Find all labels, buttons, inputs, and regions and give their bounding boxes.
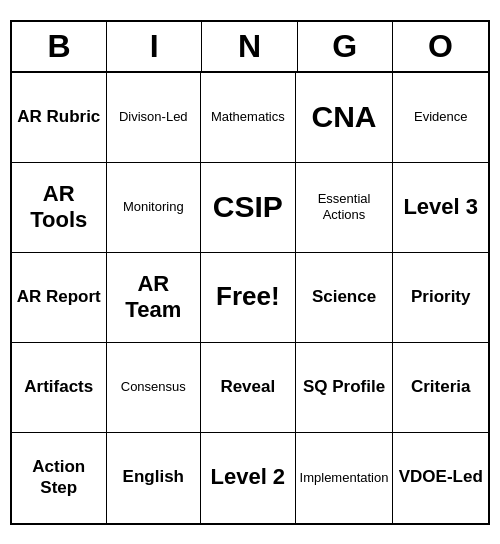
cell-label: Free! [216,281,280,312]
bingo-cell[interactable]: Reveal [201,343,296,433]
cell-label: AR Team [111,271,197,324]
cell-label: CNA [312,99,377,135]
cell-label: VDOE-Led [399,467,483,487]
bingo-grid: AR RubricDivison-LedMathematicsCNAEviden… [12,73,488,523]
cell-label: AR Tools [16,181,102,234]
bingo-cell[interactable]: Essential Actions [296,163,394,253]
bingo-cell[interactable]: AR Tools [12,163,107,253]
bingo-cell[interactable]: AR Report [12,253,107,343]
header-letter: B [12,22,107,71]
bingo-cell[interactable]: Mathematics [201,73,296,163]
bingo-card: BINGO AR RubricDivison-LedMathematicsCNA… [10,20,490,525]
cell-label: CSIP [213,189,283,225]
bingo-header: BINGO [12,22,488,73]
header-letter: I [107,22,202,71]
bingo-cell[interactable]: Free! [201,253,296,343]
cell-label: SQ Profile [303,377,385,397]
header-letter: O [393,22,488,71]
cell-label: English [123,467,184,487]
cell-label: Action Step [16,457,102,498]
cell-label: Mathematics [211,109,285,125]
cell-label: Evidence [414,109,467,125]
bingo-cell[interactable]: Evidence [393,73,488,163]
bingo-cell[interactable]: Monitoring [107,163,202,253]
header-letter: N [202,22,297,71]
cell-label: Criteria [411,377,471,397]
cell-label: Implementation [300,470,389,486]
bingo-cell[interactable]: Consensus [107,343,202,433]
cell-label: Science [312,287,376,307]
cell-label: Priority [411,287,471,307]
cell-label: AR Rubric [17,107,100,127]
cell-label: Artifacts [24,377,93,397]
bingo-cell[interactable]: AR Team [107,253,202,343]
bingo-cell[interactable]: Level 2 [201,433,296,523]
cell-label: Reveal [220,377,275,397]
cell-label: Monitoring [123,199,184,215]
bingo-cell[interactable]: Action Step [12,433,107,523]
bingo-cell[interactable]: VDOE-Led [393,433,488,523]
bingo-cell[interactable]: Implementation [296,433,394,523]
bingo-cell[interactable]: CSIP [201,163,296,253]
bingo-cell[interactable]: English [107,433,202,523]
cell-label: AR Report [17,287,101,307]
cell-label: Essential Actions [300,191,389,222]
bingo-cell[interactable]: Science [296,253,394,343]
bingo-cell[interactable]: Criteria [393,343,488,433]
bingo-cell[interactable]: AR Rubric [12,73,107,163]
bingo-cell[interactable]: Level 3 [393,163,488,253]
bingo-cell[interactable]: Priority [393,253,488,343]
header-letter: G [298,22,393,71]
bingo-cell[interactable]: CNA [296,73,394,163]
cell-label: Level 2 [211,464,286,490]
cell-label: Divison-Led [119,109,188,125]
bingo-cell[interactable]: Divison-Led [107,73,202,163]
bingo-cell[interactable]: Artifacts [12,343,107,433]
bingo-cell[interactable]: SQ Profile [296,343,394,433]
cell-label: Consensus [121,379,186,395]
cell-label: Level 3 [403,194,478,220]
